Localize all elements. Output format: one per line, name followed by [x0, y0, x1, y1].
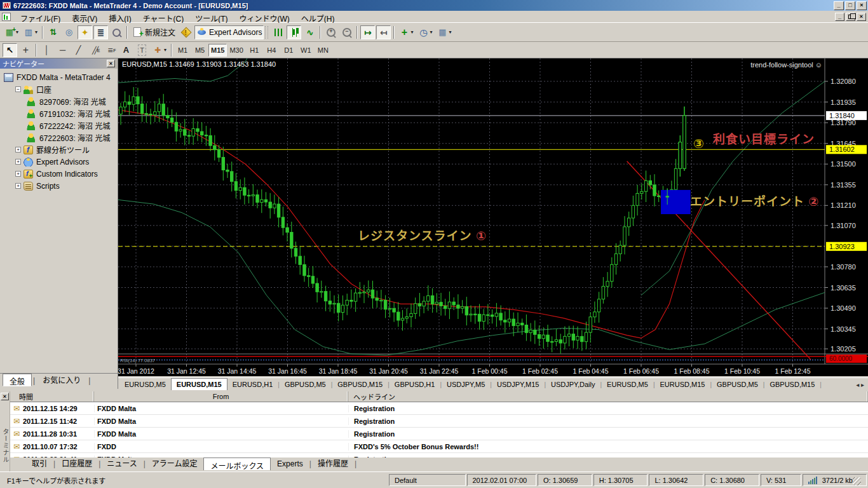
- chart-tab[interactable]: USDJPY,M5: [442, 379, 490, 390]
- fibonacci-button[interactable]: [103, 43, 118, 57]
- chart-tab[interactable]: USDJPY,M15: [492, 379, 544, 390]
- column-header[interactable]: ヘッドライン: [348, 391, 868, 402]
- new-order-button[interactable]: 新規注文: [130, 25, 177, 39]
- terminal-close-icon[interactable]: ×: [1, 393, 9, 400]
- auto-scroll-button[interactable]: [360, 25, 375, 39]
- tree-item[interactable]: +Scripts: [1, 180, 118, 192]
- terminal-tab[interactable]: 操作履歴: [311, 456, 355, 470]
- cursor-button[interactable]: [3, 43, 17, 57]
- profiles-button[interactable]: ▾: [22, 25, 39, 39]
- mail-row[interactable]: ✉2011.10.07 17:32FXDDFXDD's 5% October B…: [10, 440, 868, 453]
- timeframe-button-h1[interactable]: H1: [246, 44, 263, 57]
- chart-window[interactable]: 1.320801.319351.317901.316451.315001.313…: [118, 58, 868, 376]
- text-button[interactable]: [119, 43, 133, 57]
- tree-item[interactable]: +罫線分析ツール: [1, 144, 118, 156]
- expand-icon[interactable]: +: [15, 147, 21, 152]
- child-restore-button[interactable]: [846, 13, 855, 21]
- timeframe-button-m15[interactable]: M15: [208, 44, 227, 57]
- navigator-close-icon[interactable]: ×: [107, 60, 115, 67]
- terminal-tab[interactable]: ニュース: [100, 456, 143, 470]
- tree-item[interactable]: FXDD Malta - MetaTrader 4: [1, 71, 118, 83]
- chart-tab[interactable]: GBPUSD,M5: [280, 379, 331, 390]
- timeframe-button-m1[interactable]: M1: [174, 44, 191, 57]
- chart-tab-scroll-arrows[interactable]: ◂ ▸: [852, 381, 868, 390]
- chart-tab[interactable]: GBPUSD,M15: [764, 379, 820, 390]
- shapes-button[interactable]: ▾: [151, 43, 168, 57]
- menu-item[interactable]: チャート(C): [137, 11, 190, 22]
- chart-canvas[interactable]: 1.320801.319351.317901.316451.315001.313…: [118, 58, 868, 376]
- tree-item[interactable]: +Expert Advisors: [1, 156, 118, 168]
- strategy-tester-button[interactable]: [109, 25, 124, 39]
- text-label-button[interactable]: [135, 43, 149, 57]
- timeframe-button-mn[interactable]: MN: [315, 44, 332, 57]
- chart-tab[interactable]: GBPUSD,H1: [390, 379, 440, 390]
- maximize-button[interactable]: □: [845, 1, 855, 10]
- chart-tab[interactable]: EURUSD,M15: [171, 378, 227, 390]
- market-watch-button[interactable]: [46, 25, 60, 39]
- timeframe-button-d1[interactable]: D1: [280, 44, 297, 57]
- menu-item[interactable]: 挿入(I): [103, 11, 137, 22]
- child-close-button[interactable]: ×: [857, 13, 866, 21]
- hline-button[interactable]: [55, 43, 70, 57]
- terminal-tab[interactable]: アラーム設定: [146, 456, 204, 470]
- terminal-tab[interactable]: メールボックス: [203, 458, 271, 470]
- menu-item[interactable]: ウィンドウ(W): [234, 11, 295, 22]
- chart-tab[interactable]: EURUSD,M5: [119, 379, 171, 390]
- line-chart-button[interactable]: [302, 25, 317, 39]
- timeframe-button-w1[interactable]: W1: [297, 44, 315, 57]
- tree-item[interactable]: 67222603: 海沼 光城: [1, 132, 118, 144]
- expand-icon[interactable]: +: [15, 183, 21, 189]
- ea-button[interactable]: Expert Advisors: [194, 25, 264, 39]
- trendline-button[interactable]: [71, 43, 86, 57]
- navigator-tab-favorites[interactable]: お気に入り: [36, 373, 87, 386]
- menu-item[interactable]: ファイル(F): [15, 11, 66, 22]
- tree-item[interactable]: 67222242: 海沼 光城: [1, 119, 118, 132]
- column-header[interactable]: From: [94, 391, 348, 402]
- mail-row[interactable]: ✉2011.11.28 10:31FXDD MaltaRegistration: [10, 428, 868, 440]
- timeframe-button-h4[interactable]: H4: [263, 44, 280, 57]
- mail-row[interactable]: ✉2011.12.15 14:29FXDD MaltaRegistration: [10, 402, 868, 415]
- terminal-tab[interactable]: 口座履歴: [55, 456, 98, 470]
- menu-item[interactable]: ヘルプ(H): [295, 11, 341, 22]
- data-window-button[interactable]: [62, 25, 76, 39]
- new-chart-button[interactable]: ▾: [3, 25, 20, 39]
- timeframe-button-m30[interactable]: M30: [227, 44, 245, 57]
- collapse-icon[interactable]: −: [15, 86, 21, 92]
- tree-item[interactable]: 8297069: 海沼 光城: [1, 95, 118, 107]
- expand-icon[interactable]: +: [15, 171, 21, 177]
- bar-chart-button[interactable]: [271, 25, 285, 39]
- zoom-in-button[interactable]: [323, 25, 338, 39]
- chart-tab[interactable]: EURUSD,M5: [602, 379, 653, 390]
- templates-button[interactable]: ▾: [435, 25, 453, 39]
- chart-tab[interactable]: USDJPY,Daily: [546, 379, 600, 390]
- terminal-button[interactable]: [93, 25, 108, 39]
- child-minimize-button[interactable]: _: [835, 13, 844, 21]
- alert-button[interactable]: [179, 25, 193, 39]
- vline-button[interactable]: [39, 43, 54, 57]
- zoom-out-button[interactable]: [339, 25, 354, 39]
- close-button[interactable]: ×: [857, 1, 867, 10]
- chart-tab[interactable]: GBPUSD,M15: [332, 379, 388, 390]
- menu-item[interactable]: 表示(V): [66, 11, 103, 22]
- terminal-tab[interactable]: 取引: [25, 456, 53, 470]
- tree-item[interactable]: −口座: [1, 83, 118, 95]
- tree-item[interactable]: 67191032: 海沼 光城: [1, 107, 118, 119]
- terminal-tab[interactable]: Experts: [271, 458, 309, 470]
- tree-item[interactable]: +Custom Indicators: [1, 168, 118, 180]
- periods-button[interactable]: ▾: [416, 25, 434, 39]
- resize-grip[interactable]: [853, 477, 861, 485]
- timeframe-button-m5[interactable]: M5: [191, 44, 208, 57]
- expand-icon[interactable]: +: [15, 159, 21, 165]
- column-header[interactable]: 時間: [10, 391, 94, 402]
- menu-item[interactable]: ツール(T): [189, 11, 233, 22]
- candlestick-button[interactable]: [287, 25, 301, 39]
- channel-button[interactable]: [87, 43, 102, 57]
- chart-shift-button[interactable]: [376, 25, 391, 39]
- crosshair-button[interactable]: [18, 43, 33, 57]
- status-profile[interactable]: Default: [389, 474, 466, 486]
- navigator-tab-common[interactable]: 全般: [3, 374, 32, 386]
- chart-tab[interactable]: EURUSD,M15: [655, 379, 710, 390]
- chart-tab[interactable]: GBPUSD,M5: [712, 379, 763, 390]
- price-chart-svg[interactable]: 1.320801.319351.317901.316451.315001.313…: [118, 58, 868, 376]
- minimize-button[interactable]: _: [834, 1, 844, 10]
